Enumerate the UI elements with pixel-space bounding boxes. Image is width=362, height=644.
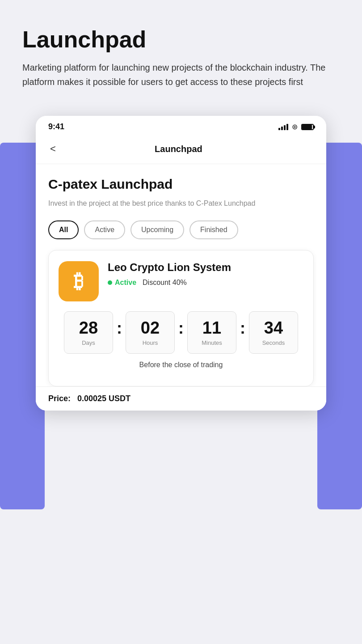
- status-time: 9:41: [48, 122, 64, 131]
- price-text: Price: 0.00025 USDT: [48, 394, 130, 403]
- filter-tab-upcoming[interactable]: Upcoming: [130, 220, 184, 239]
- separator-2: :: [178, 319, 184, 338]
- card-status-row: Active Discount 40%: [108, 279, 303, 287]
- filter-tab-finished[interactable]: Finished: [189, 220, 238, 239]
- days-value: 28: [79, 319, 98, 338]
- countdown-hours: 02 Hours: [126, 311, 175, 354]
- filter-tabs: All Active Upcoming Finished: [48, 220, 314, 239]
- phone-wrapper: 9:41 ⊛ < Launchpad C-patex La: [36, 116, 326, 411]
- launchpad-heading: C-patex Launchpad: [48, 177, 314, 192]
- discount-badge: Discount 40%: [143, 279, 187, 287]
- status-icons: ⊛: [278, 123, 314, 131]
- card-info: Leo Crypto Lion System Active Discount 4…: [108, 261, 303, 287]
- phone-screen: 9:41 ⊛ < Launchpad C-patex La: [36, 116, 326, 411]
- minutes-value: 11: [202, 319, 221, 338]
- hours-label: Hours: [143, 339, 158, 346]
- status-dot: [108, 280, 112, 285]
- wifi-icon: ⊛: [292, 123, 298, 131]
- countdown-minutes: 11 Minutes: [187, 311, 236, 354]
- price-row: Price: 0.00025 USDT: [36, 386, 326, 411]
- description-section: Launchpad Marketing platform for launchi…: [0, 0, 362, 107]
- description-title: Launchpad: [22, 27, 340, 52]
- main-content: C-patex Launchpad Invest in the project …: [36, 164, 326, 386]
- seconds-label: Seconds: [262, 339, 285, 346]
- project-name: Leo Crypto Lion System: [108, 261, 303, 274]
- separator-3: :: [240, 319, 245, 338]
- countdown-row: 28 Days : 02 Hours : 11: [59, 311, 303, 354]
- project-card: ₿ Leo Crypto Lion System Active Discount…: [48, 250, 314, 386]
- nav-bar: < Launchpad: [36, 136, 326, 164]
- signal-icon: [278, 124, 288, 130]
- countdown-days: 28 Days: [64, 311, 113, 354]
- launchpad-description: Invest in the project at the best price …: [48, 198, 314, 209]
- filter-tab-all[interactable]: All: [48, 220, 79, 239]
- battery-icon: [301, 124, 314, 130]
- hours-value: 02: [141, 319, 160, 338]
- filter-tab-active[interactable]: Active: [84, 220, 125, 239]
- status-label: Active: [115, 279, 136, 287]
- nav-title: Launchpad: [59, 144, 298, 154]
- minutes-label: Minutes: [202, 339, 222, 346]
- status-bar: 9:41 ⊛: [36, 116, 326, 136]
- seconds-value: 34: [264, 319, 283, 338]
- description-text: Marketing platform for launching new pro…: [22, 60, 340, 89]
- separator-1: :: [117, 319, 122, 338]
- project-logo: ₿: [59, 261, 99, 301]
- card-header: ₿ Leo Crypto Lion System Active Discount…: [59, 261, 303, 301]
- price-value: 0.00025 USDT: [77, 394, 130, 403]
- countdown-seconds: 34 Seconds: [249, 311, 298, 354]
- days-label: Days: [82, 339, 95, 346]
- back-button[interactable]: <: [46, 141, 59, 157]
- status-active: Active: [108, 279, 136, 287]
- bitcoin-icon: ₿: [74, 271, 84, 291]
- price-label: Price:: [48, 394, 71, 403]
- countdown-caption: Before the close of trading: [59, 361, 303, 369]
